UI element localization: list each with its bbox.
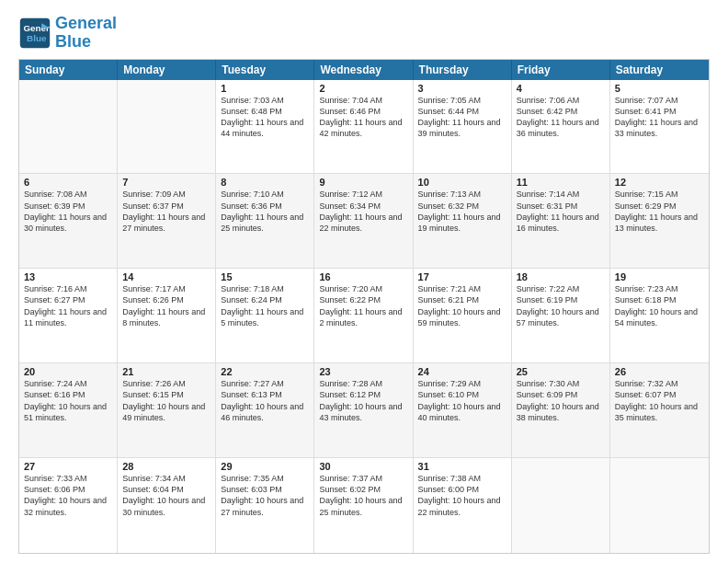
day-number: 8 (221, 177, 309, 188)
calendar-cell: 4Sunrise: 7:06 AM Sunset: 6:42 PM Daylig… (512, 80, 610, 174)
day-number: 21 (122, 366, 210, 377)
day-info: Sunrise: 7:12 AM Sunset: 6:34 PM Dayligh… (319, 189, 407, 234)
day-number: 28 (122, 461, 210, 472)
calendar-cell: 3Sunrise: 7:05 AM Sunset: 6:44 PM Daylig… (414, 80, 512, 174)
calendar-cell: 10Sunrise: 7:13 AM Sunset: 6:32 PM Dayli… (414, 174, 512, 268)
day-number: 5 (615, 83, 704, 94)
calendar-cell: 30Sunrise: 7:37 AM Sunset: 6:02 PM Dayli… (314, 458, 413, 553)
weekday-header: Monday (118, 60, 216, 80)
calendar-cell: 21Sunrise: 7:26 AM Sunset: 6:15 PM Dayli… (118, 363, 216, 457)
day-number: 26 (615, 366, 704, 377)
calendar-cell: 25Sunrise: 7:30 AM Sunset: 6:09 PM Dayli… (512, 363, 610, 457)
day-info: Sunrise: 7:17 AM Sunset: 6:26 PM Dayligh… (122, 283, 210, 328)
calendar-cell: 11Sunrise: 7:14 AM Sunset: 6:31 PM Dayli… (512, 174, 610, 268)
calendar-cell: 13Sunrise: 7:16 AM Sunset: 6:27 PM Dayli… (19, 269, 118, 362)
day-info: Sunrise: 7:07 AM Sunset: 6:41 PM Dayligh… (615, 95, 704, 140)
calendar-cell (118, 80, 216, 174)
calendar-cell: 6Sunrise: 7:08 AM Sunset: 6:39 PM Daylig… (19, 174, 118, 268)
calendar-cell: 28Sunrise: 7:34 AM Sunset: 6:04 PM Dayli… (118, 458, 216, 553)
day-info: Sunrise: 7:05 AM Sunset: 6:44 PM Dayligh… (418, 95, 506, 140)
calendar-cell: 31Sunrise: 7:38 AM Sunset: 6:00 PM Dayli… (414, 458, 512, 553)
day-info: Sunrise: 7:28 AM Sunset: 6:12 PM Dayligh… (319, 378, 407, 423)
day-number: 19 (615, 271, 704, 282)
day-info: Sunrise: 7:21 AM Sunset: 6:21 PM Dayligh… (418, 283, 506, 328)
calendar-cell (19, 80, 118, 174)
day-number: 29 (221, 461, 309, 472)
day-info: Sunrise: 7:10 AM Sunset: 6:36 PM Dayligh… (221, 189, 309, 234)
day-number: 30 (319, 461, 407, 472)
calendar-cell: 24Sunrise: 7:29 AM Sunset: 6:10 PM Dayli… (414, 363, 512, 457)
weekday-header: Tuesday (216, 60, 314, 80)
day-number: 25 (517, 366, 605, 377)
calendar-cell: 27Sunrise: 7:33 AM Sunset: 6:06 PM Dayli… (19, 458, 118, 553)
weekday-header: Saturday (610, 60, 709, 80)
svg-text:General: General (23, 23, 51, 33)
day-info: Sunrise: 7:24 AM Sunset: 6:16 PM Dayligh… (24, 378, 112, 423)
logo: General Blue General Blue (18, 15, 117, 52)
calendar-cell: 7Sunrise: 7:09 AM Sunset: 6:37 PM Daylig… (118, 174, 216, 268)
calendar-cell: 8Sunrise: 7:10 AM Sunset: 6:36 PM Daylig… (216, 174, 314, 268)
calendar-cell (610, 458, 709, 553)
day-number: 20 (24, 366, 112, 377)
day-info: Sunrise: 7:18 AM Sunset: 6:24 PM Dayligh… (221, 283, 309, 328)
day-info: Sunrise: 7:26 AM Sunset: 6:15 PM Dayligh… (122, 378, 210, 423)
day-number: 10 (418, 177, 506, 188)
day-number: 22 (221, 366, 309, 377)
header: General Blue General Blue (18, 15, 710, 52)
day-info: Sunrise: 7:14 AM Sunset: 6:31 PM Dayligh… (517, 189, 605, 234)
calendar-body: 1Sunrise: 7:03 AM Sunset: 6:48 PM Daylig… (19, 80, 709, 553)
calendar-row: 27Sunrise: 7:33 AM Sunset: 6:06 PM Dayli… (19, 458, 709, 553)
day-number: 3 (418, 83, 506, 94)
weekday-header: Wednesday (314, 60, 413, 80)
calendar-cell (512, 458, 610, 553)
weekday-header: Friday (512, 60, 610, 80)
calendar: SundayMondayTuesdayWednesdayThursdayFrid… (18, 59, 710, 554)
weekday-header: Thursday (414, 60, 512, 80)
day-number: 16 (319, 271, 407, 282)
day-info: Sunrise: 7:38 AM Sunset: 6:00 PM Dayligh… (418, 473, 506, 518)
logo-blue: Blue (55, 32, 91, 51)
day-number: 18 (517, 271, 605, 282)
day-info: Sunrise: 7:33 AM Sunset: 6:06 PM Dayligh… (24, 473, 112, 518)
day-number: 14 (122, 271, 210, 282)
page: General Blue General Blue SundayMondayTu… (0, 0, 728, 563)
day-number: 27 (24, 461, 112, 472)
day-info: Sunrise: 7:35 AM Sunset: 6:03 PM Dayligh… (221, 473, 309, 518)
day-number: 9 (319, 177, 407, 188)
calendar-cell: 19Sunrise: 7:23 AM Sunset: 6:18 PM Dayli… (610, 269, 709, 362)
day-info: Sunrise: 7:20 AM Sunset: 6:22 PM Dayligh… (319, 283, 407, 328)
day-number: 4 (517, 83, 605, 94)
weekday-header: Sunday (19, 60, 118, 80)
calendar-cell: 22Sunrise: 7:27 AM Sunset: 6:13 PM Dayli… (216, 363, 314, 457)
day-number: 11 (517, 177, 605, 188)
calendar-cell: 14Sunrise: 7:17 AM Sunset: 6:26 PM Dayli… (118, 269, 216, 362)
calendar-cell: 1Sunrise: 7:03 AM Sunset: 6:48 PM Daylig… (216, 80, 314, 174)
day-number: 15 (221, 271, 309, 282)
day-info: Sunrise: 7:34 AM Sunset: 6:04 PM Dayligh… (122, 473, 210, 518)
calendar-cell: 5Sunrise: 7:07 AM Sunset: 6:41 PM Daylig… (610, 80, 709, 174)
calendar-cell: 9Sunrise: 7:12 AM Sunset: 6:34 PM Daylig… (314, 174, 413, 268)
calendar-row: 13Sunrise: 7:16 AM Sunset: 6:27 PM Dayli… (19, 269, 709, 363)
day-info: Sunrise: 7:04 AM Sunset: 6:46 PM Dayligh… (319, 95, 407, 140)
day-number: 24 (418, 366, 506, 377)
calendar-cell: 20Sunrise: 7:24 AM Sunset: 6:16 PM Dayli… (19, 363, 118, 457)
day-number: 23 (319, 366, 407, 377)
day-info: Sunrise: 7:32 AM Sunset: 6:07 PM Dayligh… (615, 378, 704, 423)
day-info: Sunrise: 7:08 AM Sunset: 6:39 PM Dayligh… (24, 189, 112, 234)
calendar-cell: 2Sunrise: 7:04 AM Sunset: 6:46 PM Daylig… (314, 80, 413, 174)
day-number: 13 (24, 271, 112, 282)
svg-text:Blue: Blue (27, 33, 47, 43)
day-info: Sunrise: 7:03 AM Sunset: 6:48 PM Dayligh… (221, 95, 309, 140)
day-number: 2 (319, 83, 407, 94)
calendar-row: 20Sunrise: 7:24 AM Sunset: 6:16 PM Dayli… (19, 363, 709, 458)
day-number: 17 (418, 271, 506, 282)
calendar-cell: 16Sunrise: 7:20 AM Sunset: 6:22 PM Dayli… (314, 269, 413, 362)
calendar-cell: 15Sunrise: 7:18 AM Sunset: 6:24 PM Dayli… (216, 269, 314, 362)
day-info: Sunrise: 7:06 AM Sunset: 6:42 PM Dayligh… (517, 95, 605, 140)
day-number: 12 (615, 177, 704, 188)
day-number: 31 (418, 461, 506, 472)
day-number: 6 (24, 177, 112, 188)
day-info: Sunrise: 7:30 AM Sunset: 6:09 PM Dayligh… (517, 378, 605, 423)
day-info: Sunrise: 7:13 AM Sunset: 6:32 PM Dayligh… (418, 189, 506, 234)
day-number: 7 (122, 177, 210, 188)
